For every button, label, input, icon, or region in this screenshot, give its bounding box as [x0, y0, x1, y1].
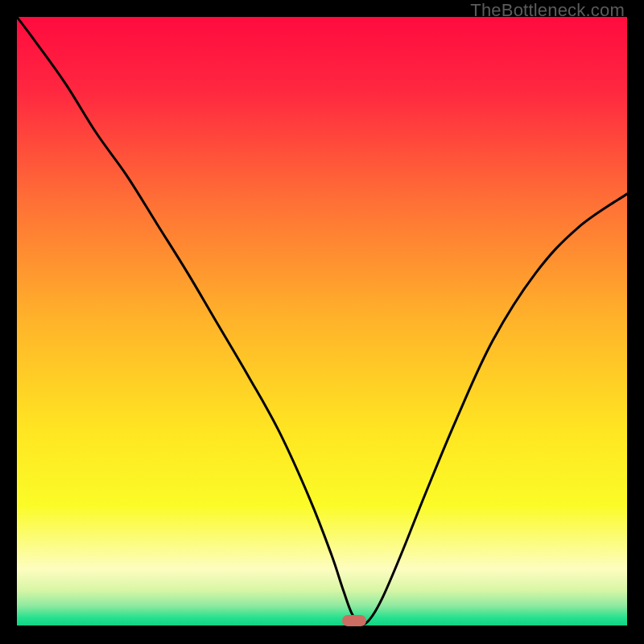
plot-area [17, 17, 627, 627]
watermark-text: TheBottleneck.com [470, 0, 625, 21]
optimal-point-marker [342, 615, 366, 626]
gradient-background [17, 17, 627, 627]
chart-frame: TheBottleneck.com [0, 0, 644, 644]
chart-svg [17, 17, 627, 627]
